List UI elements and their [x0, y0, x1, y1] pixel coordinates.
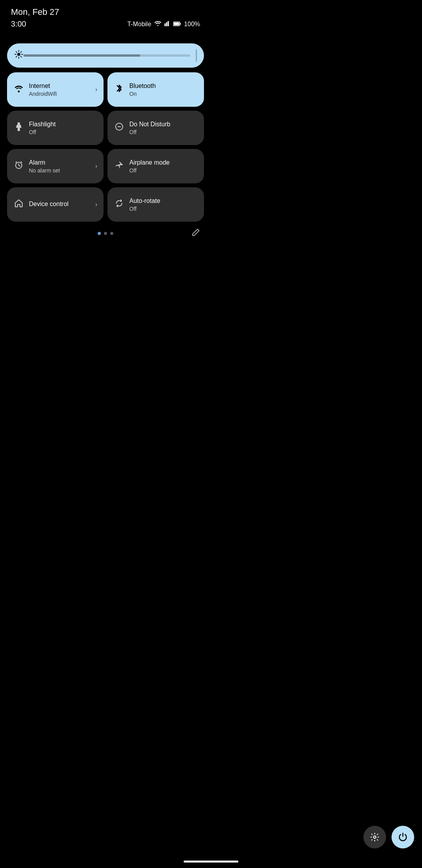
tile-device-control-text: Device control — [29, 200, 91, 208]
tile-flashlight-subtitle: Off — [29, 129, 97, 135]
carrier-label: T-Mobile — [127, 21, 151, 28]
tile-autorotate-text: Auto-rotate Off — [129, 197, 198, 212]
tile-internet-title: Internet — [29, 82, 91, 90]
tile-internet-text: Internet AndroidWifi — [29, 82, 91, 97]
brightness-fill — [23, 54, 140, 57]
tile-internet-subtitle: AndroidWifi — [29, 91, 91, 97]
bluetooth-icon — [114, 84, 125, 95]
airplane-icon — [114, 161, 125, 172]
svg-line-22 — [16, 161, 17, 163]
dnd-icon — [114, 122, 125, 133]
flashlight-icon — [13, 122, 24, 133]
page-indicators — [0, 232, 211, 235]
tile-autorotate-title: Auto-rotate — [129, 197, 198, 204]
svg-point-15 — [18, 91, 20, 93]
tile-dnd-text: Do Not Disturb Off — [129, 120, 198, 135]
battery-percentage: 100% — [184, 21, 200, 28]
svg-rect-0 — [165, 23, 166, 26]
tile-airplane[interactable]: Airplane mode Off — [107, 149, 204, 183]
tile-dnd-title: Do Not Disturb — [129, 120, 198, 128]
edit-button[interactable] — [191, 228, 200, 239]
alarm-chevron-icon: › — [95, 163, 97, 170]
tile-autorotate[interactable]: Auto-rotate Off — [107, 187, 204, 222]
brightness-container[interactable] — [7, 43, 204, 68]
brightness-slider[interactable] — [7, 43, 204, 68]
svg-rect-5 — [174, 22, 179, 25]
tile-dnd[interactable]: Do Not Disturb Off — [107, 111, 204, 145]
svg-line-23 — [21, 161, 22, 163]
tile-bluetooth[interactable]: Bluetooth On — [107, 72, 204, 107]
tile-alarm-subtitle: No alarm set — [29, 167, 91, 174]
tile-bluetooth-title: Bluetooth — [129, 82, 198, 90]
svg-rect-4 — [180, 23, 181, 25]
wifi-status-icon — [154, 21, 161, 28]
tile-device-control[interactable]: Device control › — [7, 187, 104, 222]
tile-alarm-text: Alarm No alarm set — [29, 159, 91, 173]
brightness-track[interactable] — [23, 54, 190, 57]
signal-icon — [165, 21, 170, 28]
tile-internet[interactable]: Internet AndroidWifi › — [7, 72, 104, 107]
svg-rect-2 — [168, 21, 169, 26]
tile-bluetooth-text: Bluetooth On — [129, 82, 198, 97]
svg-line-12 — [21, 56, 21, 57]
wifi-icon — [13, 84, 24, 95]
autorotate-icon — [114, 199, 125, 210]
tile-airplane-title: Airplane mode — [129, 159, 198, 166]
battery-icon — [173, 21, 181, 28]
tile-flashlight[interactable]: Flashlight Off — [7, 111, 104, 145]
tile-flashlight-title: Flashlight — [29, 120, 97, 128]
page-dot-2[interactable] — [104, 232, 107, 235]
status-date: Mon, Feb 27 — [11, 7, 200, 17]
svg-line-13 — [21, 52, 21, 52]
svg-point-6 — [17, 53, 20, 56]
tile-device-control-title: Device control — [29, 200, 91, 208]
status-right: T-Mobile — [127, 21, 200, 28]
svg-rect-16 — [18, 122, 20, 125]
tile-alarm-title: Alarm — [29, 159, 91, 166]
tile-airplane-subtitle: Off — [129, 167, 198, 174]
tile-dnd-subtitle: Off — [129, 129, 198, 135]
svg-line-14 — [16, 56, 17, 57]
quick-tiles-grid: Internet AndroidWifi › Bluetooth On Flas… — [7, 72, 204, 222]
tile-flashlight-text: Flashlight Off — [29, 120, 97, 135]
page-dot-3[interactable] — [110, 232, 113, 235]
tile-autorotate-subtitle: Off — [129, 206, 198, 212]
svg-rect-1 — [166, 22, 167, 26]
svg-line-11 — [16, 52, 17, 52]
status-time: 3:00 — [11, 20, 26, 29]
tile-bluetooth-subtitle: On — [129, 91, 198, 97]
device-control-chevron-icon: › — [95, 201, 97, 208]
tile-alarm[interactable]: Alarm No alarm set › — [7, 149, 104, 183]
internet-chevron-icon: › — [95, 86, 97, 93]
brightness-handle — [196, 49, 197, 62]
page-dot-1[interactable] — [98, 232, 101, 235]
alarm-icon — [13, 161, 24, 172]
home-icon — [13, 199, 24, 210]
brightness-icon — [14, 50, 23, 61]
tile-airplane-text: Airplane mode Off — [129, 159, 198, 173]
svg-line-21 — [19, 165, 20, 166]
status-bar: Mon, Feb 27 3:00 T-Mobile — [0, 0, 211, 32]
